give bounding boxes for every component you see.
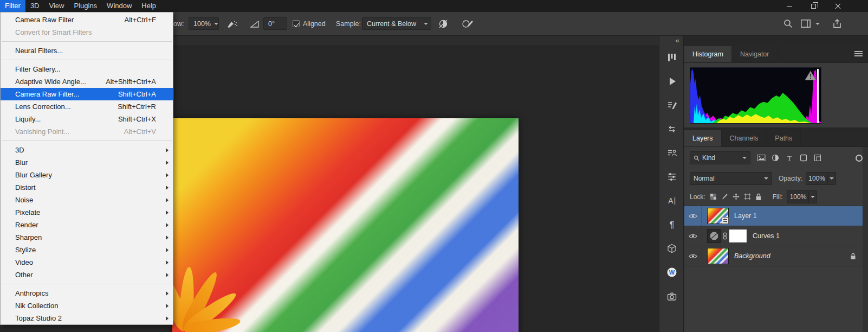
sample-value: Current & Below bbox=[367, 20, 416, 28]
layer-mask-thumbnail[interactable] bbox=[729, 229, 747, 243]
filter-shape-layers-button[interactable] bbox=[798, 152, 809, 164]
layer-filter-toggle[interactable] bbox=[856, 155, 863, 162]
layer-name[interactable]: Background bbox=[734, 252, 770, 260]
filter-menu-item[interactable]: Camera Raw Filter Alt+Ctrl+F bbox=[1, 14, 173, 26]
layer-name[interactable]: Layer 1 bbox=[734, 212, 757, 220]
filter-menu-item[interactable]: Pixelate bbox=[1, 206, 173, 219]
lock-all-button[interactable] bbox=[755, 193, 762, 201]
ignore-adjustment-layers-button[interactable] bbox=[438, 12, 449, 35]
filter-menu-item[interactable]: Sharpen bbox=[1, 231, 173, 244]
filter-menu-item[interactable]: Convert for Smart Filters bbox=[1, 26, 173, 39]
filter-menu-item[interactable]: Filter Gallery... bbox=[1, 63, 173, 75]
close-button[interactable] bbox=[826, 0, 850, 12]
menubar-item[interactable]: Window bbox=[102, 0, 137, 12]
menubar-item[interactable]: 3D bbox=[25, 0, 44, 12]
filter-menu-item[interactable]: Adaptive Wide Angle... Alt+Shift+Ctrl+A bbox=[1, 75, 173, 88]
opacity-value: 100% bbox=[806, 175, 827, 182]
aligned-checkbox[interactable] bbox=[293, 20, 300, 27]
document-image[interactable] bbox=[172, 118, 519, 332]
menubar-item[interactable]: Help bbox=[137, 0, 161, 12]
workspace-button[interactable] bbox=[801, 12, 820, 35]
filter-menu-item[interactable]: Video bbox=[1, 256, 173, 269]
visibility-toggle[interactable] bbox=[684, 206, 702, 226]
tab-layers[interactable]: Layers bbox=[684, 130, 722, 146]
filter-menu-item[interactable]: Distort bbox=[1, 181, 173, 194]
filter-menu-item[interactable]: Render bbox=[1, 219, 173, 231]
panel-menu-icon[interactable] bbox=[854, 53, 863, 54]
airbrush-icon bbox=[226, 20, 238, 28]
actions-panel-button[interactable] bbox=[659, 69, 684, 93]
brush-angle-field[interactable]: 0° bbox=[263, 17, 287, 30]
collapsed-panels-strip: « A ¶ W bbox=[659, 36, 684, 332]
share-button[interactable] bbox=[833, 12, 841, 35]
menubar-item[interactable]: Filter bbox=[0, 0, 25, 12]
lock-paint-button[interactable] bbox=[721, 193, 728, 200]
filter-menu-item[interactable]: Noise bbox=[1, 194, 173, 206]
airbrush-button[interactable] bbox=[226, 12, 238, 35]
tab-navigator[interactable]: Navigator bbox=[732, 46, 778, 62]
clone-source-panel-button[interactable] bbox=[659, 117, 684, 141]
fill-dropdown[interactable] bbox=[808, 191, 817, 203]
brush-settings-panel-button[interactable] bbox=[659, 46, 684, 69]
lock-position-button[interactable] bbox=[733, 193, 740, 200]
blend-mode-select[interactable]: Normal bbox=[690, 172, 772, 185]
visibility-toggle[interactable] bbox=[684, 226, 702, 246]
sample-select[interactable]: Current & Below bbox=[362, 17, 431, 30]
layer-row-layer-1[interactable]: Layer 1 bbox=[684, 206, 863, 226]
flow-field[interactable]: 100% bbox=[189, 17, 219, 30]
tab-histogram[interactable]: Histogram bbox=[684, 46, 732, 62]
filter-menu-item[interactable]: Camera Raw Filter... Shift+Ctrl+A bbox=[1, 88, 173, 100]
filter-smart-objects-button[interactable] bbox=[812, 152, 824, 164]
pressure-size-button[interactable] bbox=[462, 12, 474, 35]
layer-thumbnail[interactable] bbox=[707, 248, 729, 264]
search-button[interactable] bbox=[783, 12, 793, 35]
filter-adjustment-layers-button[interactable] bbox=[769, 152, 781, 164]
menubar-item[interactable]: View bbox=[44, 0, 69, 12]
filter-menu-item[interactable]: Blur Gallery bbox=[1, 169, 173, 181]
filter-menu-item[interactable]: 3D bbox=[1, 144, 173, 156]
filter-menu-item[interactable]: Anthropics bbox=[1, 287, 173, 299]
character-panel-button[interactable]: A bbox=[659, 189, 684, 213]
filter-menu-item-label: Stylize bbox=[15, 246, 36, 254]
layers-scroll-gutter[interactable] bbox=[863, 147, 868, 332]
tool-presets-panel-button[interactable] bbox=[659, 93, 684, 117]
w-plugin-panel-button[interactable]: W bbox=[659, 260, 684, 284]
collapse-panels-icon[interactable]: « bbox=[676, 37, 679, 44]
sliders-icon bbox=[667, 172, 677, 182]
tab-channels[interactable]: Channels bbox=[722, 130, 767, 146]
visibility-toggle[interactable] bbox=[684, 246, 702, 266]
filter-pixel-layers-button[interactable] bbox=[755, 152, 767, 164]
filter-menu-item[interactable]: Topaz Studio 2 bbox=[1, 312, 173, 324]
materials-panel-button[interactable] bbox=[659, 237, 684, 260]
layer-row-curves-1[interactable]: Curves 1 bbox=[684, 226, 863, 246]
mask-link-icon[interactable] bbox=[723, 232, 727, 240]
filter-type-layers-button[interactable]: T bbox=[783, 152, 795, 164]
filter-menu-item[interactable]: Blur bbox=[1, 156, 173, 169]
opacity-field[interactable]: 100% bbox=[806, 172, 836, 185]
filter-menu-item-label: Camera Raw Filter... bbox=[15, 90, 79, 98]
layer-filter-kind-select[interactable]: Kind bbox=[690, 151, 750, 164]
filter-menu-item[interactable]: Liquify... Shift+Ctrl+X bbox=[1, 113, 173, 125]
paragraph-panel-button[interactable]: ¶ bbox=[659, 213, 684, 237]
filter-menu-item[interactable]: Lens Correction... Shift+Ctrl+R bbox=[1, 100, 173, 113]
menubar-item[interactable]: Plugins bbox=[69, 0, 102, 12]
adjustments-panel-button[interactable] bbox=[659, 165, 684, 189]
restore-button[interactable] bbox=[801, 0, 826, 12]
layer-thumbnail[interactable] bbox=[707, 208, 729, 224]
character-styles-panel-button[interactable] bbox=[659, 141, 684, 165]
layer-row-background[interactable]: Background bbox=[684, 246, 863, 266]
adjustment-layer-thumbnail[interactable] bbox=[707, 229, 721, 243]
timeline-panel-button[interactable] bbox=[659, 284, 684, 308]
fill-field[interactable]: 100% bbox=[787, 190, 817, 203]
lock-artboard-button[interactable] bbox=[744, 193, 751, 200]
filter-menu-item[interactable]: Other bbox=[1, 269, 173, 281]
lock-transparency-button[interactable] bbox=[710, 193, 717, 200]
filter-menu-item[interactable]: Stylize bbox=[1, 244, 173, 256]
filter-menu-item[interactable]: Vanishing Point... Alt+Ctrl+V bbox=[1, 125, 173, 138]
filter-menu-item[interactable]: Neural Filters... bbox=[1, 44, 173, 57]
layer-name[interactable]: Curves 1 bbox=[753, 232, 780, 240]
tab-paths[interactable]: Paths bbox=[767, 130, 801, 146]
minimize-button[interactable] bbox=[777, 0, 801, 12]
opacity-dropdown[interactable] bbox=[827, 173, 835, 184]
filter-menu-item[interactable]: Nik Collection bbox=[1, 299, 173, 312]
